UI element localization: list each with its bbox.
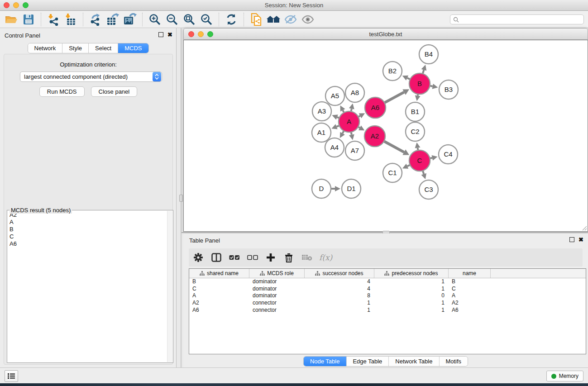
network-canvas[interactable]: B4B2BB3A8A5A6A3B1AC2A1A2A4A7C4CC1C3DD1 (183, 40, 588, 232)
graph-node-A7[interactable]: A7 (345, 141, 364, 160)
tab-node-table[interactable]: Node Table (304, 357, 347, 366)
graph-edge-A2-C[interactable] (384, 141, 404, 152)
close-window-button[interactable] (4, 2, 10, 8)
graph-edge-C-C1[interactable] (407, 165, 410, 166)
graph-node-D1[interactable]: D1 (342, 179, 361, 198)
network-minimize-button[interactable] (198, 31, 204, 37)
column-header-MCDS-role[interactable]: MCDS role (249, 269, 305, 278)
minimize-window-button[interactable] (13, 2, 19, 8)
graph-edge-A-A6[interactable] (359, 116, 360, 117)
close-table-panel-icon[interactable]: ✖ (578, 237, 583, 242)
add-icon[interactable] (265, 252, 277, 263)
export-table-icon[interactable] (104, 12, 121, 27)
result-item[interactable]: B (8, 226, 167, 233)
graph-node-C3[interactable]: C3 (419, 180, 438, 199)
graph-node-A2[interactable]: A2 (364, 126, 385, 147)
tab-style[interactable]: Style (62, 43, 89, 53)
result-item[interactable]: C (8, 233, 167, 240)
network-file-icon[interactable] (248, 12, 265, 27)
column-header-predecessor-nodes[interactable]: predecessor nodes (374, 269, 449, 278)
graph-node-C4[interactable]: C4 (439, 145, 458, 164)
import-network-icon[interactable] (45, 12, 62, 27)
graph-edge-A-A7[interactable] (351, 133, 352, 135)
graph-edge-C-C4[interactable] (430, 158, 432, 158)
float-table-panel-icon[interactable] (569, 237, 574, 242)
tab-network-table[interactable]: Network Table (389, 357, 439, 366)
table-row[interactable]: A2connector11A2 (189, 300, 586, 307)
graph-node-A[interactable]: A (339, 111, 359, 132)
graph-node-C[interactable]: C (409, 150, 430, 171)
column-header-shared-name[interactable]: shared name (189, 269, 249, 278)
column-header-successor-nodes[interactable]: successor nodes (305, 269, 374, 278)
close-panel-button[interactable]: Close panel (91, 86, 138, 97)
eye-icon[interactable] (299, 12, 316, 27)
graph-node-B2[interactable]: B2 (383, 62, 402, 81)
graph-edge-A-A8[interactable] (351, 109, 352, 111)
open-folder-icon[interactable] (3, 12, 20, 27)
resize-grip-icon[interactable] (582, 225, 587, 231)
import-table-icon[interactable] (62, 12, 79, 27)
home-icon[interactable] (265, 12, 282, 27)
table-row[interactable]: Cdominator41C (189, 286, 586, 293)
network-window-titlebar[interactable]: testGlobe.txt (183, 28, 588, 40)
graph-node-C2[interactable]: C2 (406, 122, 425, 141)
graph-node-D[interactable]: D (312, 179, 331, 198)
graph-node-B[interactable]: B (409, 73, 430, 94)
zoom-window-button[interactable] (23, 2, 29, 8)
graph-node-A5[interactable]: A5 (325, 86, 344, 105)
show-panels-button[interactable] (5, 370, 18, 382)
result-item[interactable]: A6 (8, 240, 167, 248)
graph-edge-A6-B[interactable] (385, 92, 404, 103)
deselect-all-icon[interactable] (247, 252, 258, 263)
search-field[interactable] (450, 14, 584, 24)
graph-node-C1[interactable]: C1 (383, 163, 402, 182)
zoom-fit-icon[interactable] (181, 12, 198, 27)
select-all-icon[interactable] (229, 252, 240, 263)
table-row[interactable]: Adominator80A (189, 292, 586, 300)
float-panel-icon[interactable] (158, 32, 163, 37)
graph-edge-A-A4[interactable] (343, 131, 344, 133)
zoom-in-icon[interactable] (146, 12, 163, 27)
tab-edge-table[interactable]: Edge Table (346, 357, 389, 366)
graph-node-B3[interactable]: B3 (439, 80, 458, 99)
graph-node-A4[interactable]: A4 (325, 138, 344, 157)
graph-edge-B-B4[interactable] (423, 70, 424, 73)
hide-eye-icon[interactable] (282, 12, 299, 27)
save-icon[interactable] (20, 12, 37, 27)
graph-edge-B-B3[interactable] (430, 86, 433, 86)
close-panel-icon[interactable]: ✖ (167, 32, 172, 37)
graph-edge-B-B2[interactable] (407, 78, 410, 79)
export-image-icon[interactable] (121, 12, 139, 27)
table-row[interactable]: A6connector11A6 (189, 307, 586, 314)
column-view-icon[interactable] (210, 252, 222, 263)
graph-edge-A-A3[interactable] (337, 117, 339, 118)
window-controls[interactable] (4, 2, 29, 8)
tab-network[interactable]: Network (28, 43, 62, 53)
refresh-icon[interactable] (223, 12, 240, 27)
graph-node-A1[interactable]: A1 (312, 123, 331, 142)
vertical-splitter-handle[interactable] (179, 195, 183, 202)
gear-icon[interactable] (192, 252, 204, 263)
network-zoom-button[interactable] (207, 31, 213, 37)
mcds-result-list[interactable]: A2ABCA6 (8, 211, 167, 362)
search-input[interactable] (459, 16, 583, 23)
graph-node-A6[interactable]: A6 (365, 97, 386, 118)
graph-node-A3[interactable]: A3 (312, 102, 331, 121)
column-header-name[interactable]: name (449, 269, 491, 278)
zoom-out-icon[interactable] (163, 12, 181, 27)
result-item[interactable]: A (8, 219, 167, 226)
graph-edge-C-C2[interactable] (418, 148, 418, 150)
result-scrollbar[interactable] (167, 211, 172, 362)
graph-edge-A-A2[interactable] (359, 127, 360, 128)
graph-edge-A-A5[interactable] (343, 110, 344, 112)
tab-mcds[interactable]: MCDS (118, 43, 148, 53)
tab-select[interactable]: Select (89, 43, 118, 53)
graph-node-B1[interactable]: B1 (406, 102, 425, 121)
criterion-dropdown[interactable]: largest connected component (directed) (20, 71, 162, 82)
delete-icon[interactable] (283, 252, 295, 263)
table-row[interactable]: Bdominator41B (189, 278, 586, 286)
zoom-selected-icon[interactable] (198, 12, 215, 27)
tab-motifs[interactable]: Motifs (439, 357, 468, 366)
table-header-row[interactable]: shared nameMCDS rolesuccessor nodesprede… (189, 269, 586, 278)
network-close-button[interactable] (188, 31, 194, 37)
